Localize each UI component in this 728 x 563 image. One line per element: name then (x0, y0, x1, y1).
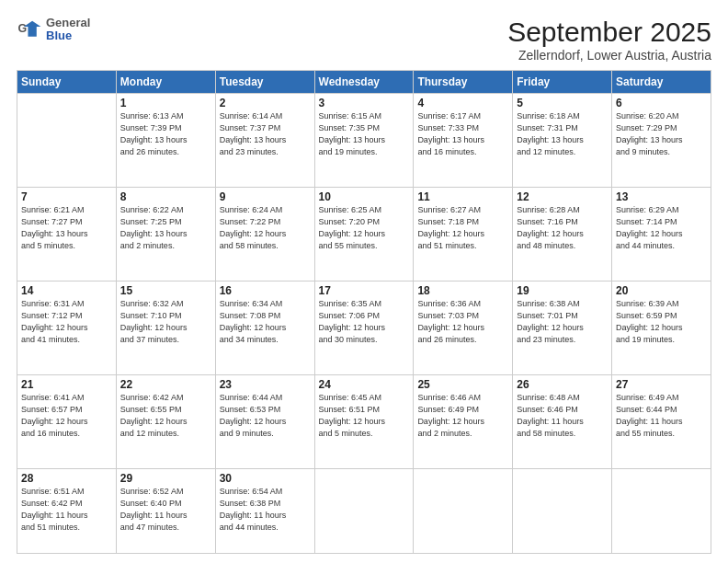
day-number: 5 (517, 97, 608, 109)
day-number: 26 (517, 378, 608, 391)
day-detail: Sunrise: 6:42 AM Sunset: 6:55 PM Dayligh… (120, 392, 211, 440)
day-detail: Sunrise: 6:14 AM Sunset: 7:37 PM Dayligh… (220, 110, 311, 158)
svg-text:G: G (18, 22, 28, 35)
day-number: 18 (417, 284, 508, 297)
calendar-cell (414, 468, 513, 553)
day-number: 28 (21, 472, 112, 485)
day-detail: Sunrise: 6:13 AM Sunset: 7:39 PM Dayligh… (120, 110, 211, 158)
day-detail: Sunrise: 6:34 AM Sunset: 7:08 PM Dayligh… (220, 298, 311, 346)
title-block: September 2025 Zellerndorf, Lower Austri… (507, 17, 711, 63)
day-number: 20 (616, 284, 707, 297)
logo-general-text: General (46, 17, 90, 29)
day-number: 9 (220, 190, 311, 203)
day-detail: Sunrise: 6:28 AM Sunset: 7:16 PM Dayligh… (517, 204, 608, 252)
calendar-cell: 12Sunrise: 6:28 AM Sunset: 7:16 PM Dayli… (513, 187, 612, 281)
calendar-cell (513, 468, 612, 553)
day-number: 21 (21, 378, 112, 391)
day-detail: Sunrise: 6:52 AM Sunset: 6:40 PM Dayligh… (120, 486, 211, 534)
calendar-cell: 23Sunrise: 6:44 AM Sunset: 6:53 PM Dayli… (215, 374, 314, 468)
day-number: 24 (319, 378, 410, 391)
calendar-cell: 13Sunrise: 6:29 AM Sunset: 7:14 PM Dayli… (612, 187, 711, 281)
day-number: 29 (120, 472, 211, 485)
weekday-header: Saturday (612, 71, 711, 94)
calendar-cell: 24Sunrise: 6:45 AM Sunset: 6:51 PM Dayli… (314, 374, 414, 468)
day-number: 17 (319, 284, 410, 297)
location-text: Zellerndorf, Lower Austria, Austria (507, 48, 711, 63)
day-number: 1 (120, 97, 211, 109)
day-detail: Sunrise: 6:49 AM Sunset: 6:44 PM Dayligh… (616, 392, 707, 440)
calendar-cell: 6Sunrise: 6:20 AM Sunset: 7:29 PM Daylig… (612, 94, 711, 188)
day-detail: Sunrise: 6:39 AM Sunset: 6:59 PM Dayligh… (616, 298, 707, 346)
calendar-cell: 15Sunrise: 6:32 AM Sunset: 7:10 PM Dayli… (116, 281, 215, 374)
day-detail: Sunrise: 6:17 AM Sunset: 7:33 PM Dayligh… (417, 110, 508, 158)
calendar-cell: 11Sunrise: 6:27 AM Sunset: 7:18 PM Dayli… (414, 187, 513, 281)
calendar-cell: 18Sunrise: 6:36 AM Sunset: 7:03 PM Dayli… (414, 281, 513, 374)
day-number: 2 (220, 97, 311, 109)
calendar-cell: 26Sunrise: 6:48 AM Sunset: 6:46 PM Dayli… (513, 374, 612, 468)
calendar-cell (314, 468, 414, 553)
logo-blue-text: Blue (46, 29, 90, 42)
weekday-header: Tuesday (215, 71, 314, 94)
day-detail: Sunrise: 6:24 AM Sunset: 7:22 PM Dayligh… (220, 204, 311, 252)
calendar-cell: 22Sunrise: 6:42 AM Sunset: 6:55 PM Dayli… (116, 374, 215, 468)
calendar-cell: 29Sunrise: 6:52 AM Sunset: 6:40 PM Dayli… (116, 468, 215, 553)
calendar-cell: 20Sunrise: 6:39 AM Sunset: 6:59 PM Dayli… (612, 281, 711, 374)
day-number: 19 (517, 284, 608, 297)
calendar-cell: 7Sunrise: 6:21 AM Sunset: 7:27 PM Daylig… (17, 187, 117, 281)
calendar-cell: 2Sunrise: 6:14 AM Sunset: 7:37 PM Daylig… (215, 94, 314, 188)
calendar-cell: 17Sunrise: 6:35 AM Sunset: 7:06 PM Dayli… (314, 281, 414, 374)
calendar-cell: 30Sunrise: 6:54 AM Sunset: 6:38 PM Dayli… (215, 468, 314, 553)
weekday-header: Thursday (414, 71, 513, 94)
day-detail: Sunrise: 6:22 AM Sunset: 7:25 PM Dayligh… (120, 204, 211, 252)
calendar-cell: 25Sunrise: 6:46 AM Sunset: 6:49 PM Dayli… (414, 374, 513, 468)
calendar-table: SundayMondayTuesdayWednesdayThursdayFrid… (17, 70, 711, 554)
calendar-week-row: 1Sunrise: 6:13 AM Sunset: 7:39 PM Daylig… (17, 94, 711, 188)
calendar-week-row: 14Sunrise: 6:31 AM Sunset: 7:12 PM Dayli… (17, 281, 711, 374)
day-number: 30 (220, 472, 311, 485)
weekday-header: Wednesday (314, 71, 414, 94)
day-detail: Sunrise: 6:32 AM Sunset: 7:10 PM Dayligh… (120, 298, 211, 346)
calendar-cell: 8Sunrise: 6:22 AM Sunset: 7:25 PM Daylig… (116, 187, 215, 281)
day-detail: Sunrise: 6:31 AM Sunset: 7:12 PM Dayligh… (21, 298, 112, 346)
calendar-cell: 4Sunrise: 6:17 AM Sunset: 7:33 PM Daylig… (414, 94, 513, 188)
day-detail: Sunrise: 6:51 AM Sunset: 6:42 PM Dayligh… (21, 486, 112, 534)
day-number: 15 (120, 284, 211, 297)
day-number: 16 (220, 284, 311, 297)
day-detail: Sunrise: 6:36 AM Sunset: 7:03 PM Dayligh… (417, 298, 508, 346)
day-detail: Sunrise: 6:29 AM Sunset: 7:14 PM Dayligh… (616, 204, 707, 252)
day-detail: Sunrise: 6:41 AM Sunset: 6:57 PM Dayligh… (21, 392, 112, 440)
weekday-header: Sunday (17, 71, 117, 94)
day-number: 11 (417, 190, 508, 203)
month-title: September 2025 (507, 17, 711, 48)
calendar-cell: 9Sunrise: 6:24 AM Sunset: 7:22 PM Daylig… (215, 187, 314, 281)
calendar-cell (17, 94, 117, 188)
day-number: 7 (21, 190, 112, 203)
calendar-week-row: 28Sunrise: 6:51 AM Sunset: 6:42 PM Dayli… (17, 468, 711, 553)
day-number: 14 (21, 284, 112, 297)
day-detail: Sunrise: 6:27 AM Sunset: 7:18 PM Dayligh… (417, 204, 508, 252)
day-number: 13 (616, 190, 707, 203)
logo: G General Blue (17, 17, 90, 43)
day-number: 8 (120, 190, 211, 203)
calendar-cell (612, 468, 711, 553)
day-detail: Sunrise: 6:21 AM Sunset: 7:27 PM Dayligh… (21, 204, 112, 252)
calendar-cell: 5Sunrise: 6:18 AM Sunset: 7:31 PM Daylig… (513, 94, 612, 188)
day-detail: Sunrise: 6:15 AM Sunset: 7:35 PM Dayligh… (319, 110, 410, 158)
logo-icon: G (17, 17, 42, 42)
day-detail: Sunrise: 6:48 AM Sunset: 6:46 PM Dayligh… (517, 392, 608, 440)
weekday-header: Friday (513, 71, 612, 94)
day-detail: Sunrise: 6:18 AM Sunset: 7:31 PM Dayligh… (517, 110, 608, 158)
calendar-cell: 10Sunrise: 6:25 AM Sunset: 7:20 PM Dayli… (314, 187, 414, 281)
day-detail: Sunrise: 6:35 AM Sunset: 7:06 PM Dayligh… (319, 298, 410, 346)
calendar-cell: 14Sunrise: 6:31 AM Sunset: 7:12 PM Dayli… (17, 281, 117, 374)
day-number: 6 (616, 97, 707, 109)
calendar-header-row: SundayMondayTuesdayWednesdayThursdayFrid… (17, 71, 711, 94)
day-detail: Sunrise: 6:20 AM Sunset: 7:29 PM Dayligh… (616, 110, 707, 158)
day-number: 4 (417, 97, 508, 109)
day-number: 25 (417, 378, 508, 391)
calendar-cell: 21Sunrise: 6:41 AM Sunset: 6:57 PM Dayli… (17, 374, 117, 468)
calendar-cell: 16Sunrise: 6:34 AM Sunset: 7:08 PM Dayli… (215, 281, 314, 374)
day-detail: Sunrise: 6:45 AM Sunset: 6:51 PM Dayligh… (319, 392, 410, 440)
day-detail: Sunrise: 6:25 AM Sunset: 7:20 PM Dayligh… (319, 204, 410, 252)
calendar-cell: 27Sunrise: 6:49 AM Sunset: 6:44 PM Dayli… (612, 374, 711, 468)
